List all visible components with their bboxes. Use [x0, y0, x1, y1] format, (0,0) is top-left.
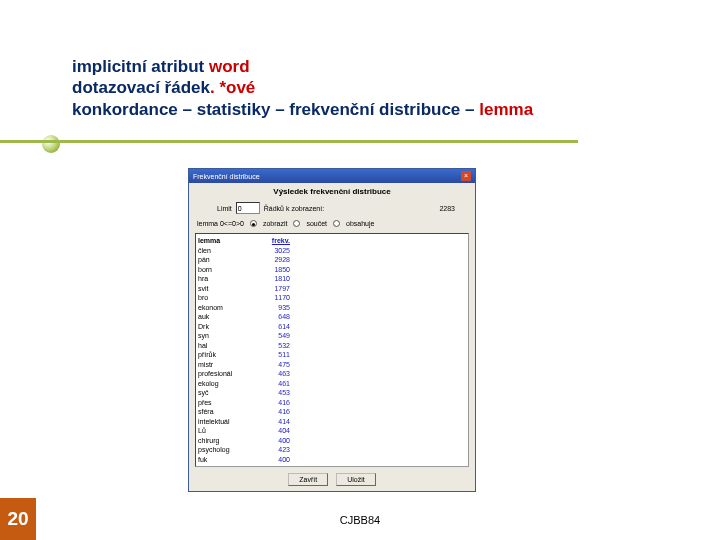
table-row[interactable]: sféra416 [198, 407, 466, 417]
footer-text: CJBB84 [0, 514, 720, 526]
results-list[interactable]: lemmafrekv.člen3025pán2928born1850hra181… [195, 233, 469, 467]
radio-label: součet [306, 220, 327, 227]
table-row[interactable]: přes416 [198, 398, 466, 408]
table-row[interactable]: auk648 [198, 312, 466, 322]
table-row[interactable]: hal532 [198, 341, 466, 351]
table-row[interactable]: born1850 [198, 265, 466, 275]
table-row[interactable]: syn549 [198, 331, 466, 341]
bullet-icon [42, 135, 60, 153]
title-text: implicitní atribut [72, 57, 209, 76]
table-row[interactable]: fuk400 [198, 455, 466, 465]
table-row[interactable]: ekonom935 [198, 303, 466, 313]
close-icon[interactable]: × [461, 171, 471, 181]
controls-row-2: lemma 0<=0>0 zobrazit součet obsahuje [189, 218, 475, 233]
app-window: Frekvenční distribuce × Výsledek frekven… [188, 168, 476, 492]
table-row[interactable]: ekolog461 [198, 379, 466, 389]
window-titlebar: Frekvenční distribuce × [189, 169, 475, 183]
table-row[interactable]: pán2928 [198, 255, 466, 265]
table-row[interactable]: svit1797 [198, 284, 466, 294]
title-text: dotazovací řádek [72, 78, 210, 97]
table-row[interactable]: profesionál463 [198, 369, 466, 379]
slide-title: implicitní atribut word dotazovací řádek… [72, 56, 672, 120]
save-button[interactable]: Uložit [336, 473, 376, 486]
table-row[interactable]: Drk614 [198, 322, 466, 332]
close-button[interactable]: Zavřít [288, 473, 328, 486]
limit-label: Limit [217, 205, 232, 212]
table-row[interactable]: hra1810 [198, 274, 466, 284]
radio-obsahuje[interactable] [333, 220, 340, 227]
rows-label: Řádků k zobrazení: [264, 205, 324, 212]
table-row[interactable]: bro1170 [198, 293, 466, 303]
title-keyword-word: word [209, 57, 250, 76]
table-row[interactable]: intelektuál414 [198, 417, 466, 427]
limit-input[interactable] [236, 202, 260, 214]
radio-label: obsahuje [346, 220, 374, 227]
table-row[interactable]: syč453 [198, 388, 466, 398]
button-row: Zavřít Uložit [189, 467, 475, 486]
table-row[interactable]: mistr475 [198, 360, 466, 370]
table-row[interactable]: přírůk511 [198, 350, 466, 360]
divider [0, 140, 578, 143]
panel-title: Výsledek frekvenční distribuce [189, 183, 475, 202]
table-row[interactable]: chirurg400 [198, 436, 466, 446]
title-text: konkordance – statistiky – frekvenční di… [72, 100, 479, 119]
title-query: . *ové [210, 78, 255, 97]
window-title: Frekvenční distribuce [193, 173, 260, 180]
title-keyword-lemma: lemma [479, 100, 533, 119]
radio-zobrazit[interactable] [250, 220, 257, 227]
table-row[interactable]: Lů404 [198, 426, 466, 436]
row-label: lemma 0<=0>0 [197, 220, 244, 227]
radio-label: zobrazit [263, 220, 288, 227]
table-header: lemmafrekv. [198, 236, 466, 246]
radio-soucet[interactable] [293, 220, 300, 227]
controls-row: Limit Řádků k zobrazení: 2283 [189, 202, 475, 218]
table-row[interactable]: psycholog423 [198, 445, 466, 455]
rows-value: 2283 [439, 205, 455, 212]
table-row[interactable]: člen3025 [198, 246, 466, 256]
